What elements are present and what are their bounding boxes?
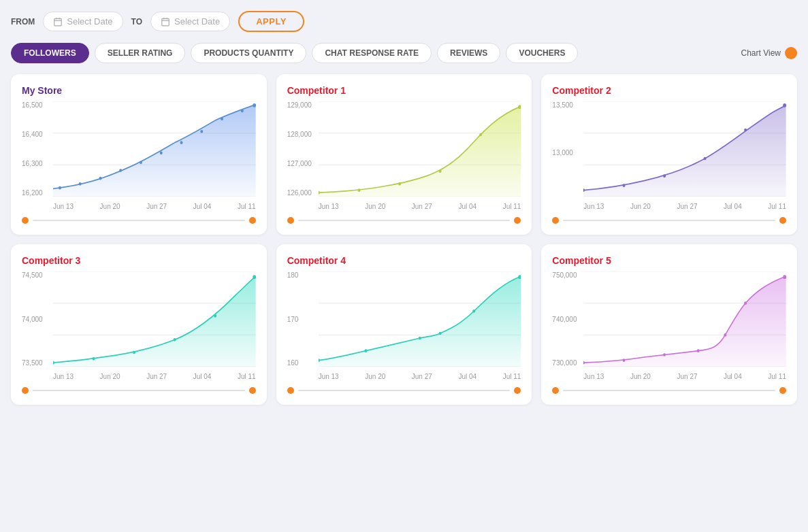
y-axis-competitor-5: 750,000 740,000 730,000 (552, 271, 581, 367)
tab-reviews[interactable]: REVIEWS (437, 43, 500, 63)
chart-inner-competitor-4: 180 170 160 (287, 271, 521, 380)
chart-inner-my-store: 16,500 16,400 16,300 16,200 (22, 101, 256, 210)
slider-dot-right-my-store[interactable] (249, 217, 256, 224)
chart-title-my-store: My Store (22, 85, 256, 96)
slider-dot-right-c1[interactable] (514, 217, 521, 224)
svg-point-41 (744, 129, 747, 132)
tab-chat-response-rate[interactable]: CHAT RESPONSE RATE (312, 43, 432, 63)
slider-track-c1[interactable] (298, 220, 511, 221)
slider-competitor-1 (287, 217, 521, 224)
from-date-placeholder: Select Date (67, 16, 112, 27)
slider-dot-right-c5[interactable] (779, 387, 786, 394)
slider-dot-left-c3[interactable] (22, 387, 29, 394)
chart-card-my-store: My Store 16,500 16,400 16,300 16,200 (11, 74, 267, 235)
slider-track-c5[interactable] (563, 390, 775, 391)
svg-point-50 (174, 338, 176, 342)
chart-title-competitor-5: Competitor 5 (552, 255, 786, 266)
chart-title-competitor-2: Competitor 2 (552, 85, 786, 96)
charts-grid: My Store 16,500 16,400 16,300 16,200 (11, 74, 797, 405)
x-axis-competitor-3: Jun 13 Jun 20 Jun 27 Jul 04 Jul 11 (53, 373, 256, 380)
y-axis-competitor-3: 74,500 74,000 73,500 (22, 271, 50, 367)
y-axis-competitor-4: 180 170 160 (287, 271, 316, 367)
slider-track-c4[interactable] (298, 390, 511, 391)
x-axis-competitor-4: Jun 13 Jun 20 Jun 27 Jul 04 Jul 11 (319, 373, 521, 380)
svg-point-30 (438, 169, 441, 173)
chart-card-competitor-4: Competitor 4 180 170 160 (276, 244, 532, 405)
chart-inner-competitor-1: 129,000 128,000 127,000 126,000 (287, 101, 521, 210)
chart-card-competitor-1: Competitor 1 129,000 128,000 127,000 126… (276, 74, 532, 235)
svg-point-51 (214, 314, 216, 318)
svg-point-49 (133, 351, 135, 354)
y-axis-competitor-1: 129,000 128,000 127,000 126,000 (287, 101, 316, 197)
to-label: TO (131, 17, 142, 27)
svg-point-14 (99, 177, 101, 180)
svg-point-59 (419, 337, 421, 340)
chart-view-toggle[interactable] (785, 47, 797, 59)
svg-point-60 (438, 332, 441, 335)
svg-point-40 (704, 157, 707, 161)
svg-point-48 (93, 357, 95, 361)
y-axis-my-store: 16,500 16,400 16,300 16,200 (22, 101, 50, 197)
svg-point-20 (221, 117, 223, 120)
svg-point-13 (79, 182, 82, 186)
chart-plot-my-store (53, 101, 256, 197)
slider-dot-right-c3[interactable] (249, 387, 256, 394)
chart-card-competitor-2: Competitor 2 13,500 13,000 (541, 74, 797, 235)
y-axis-competitor-2: 13,500 13,000 (552, 101, 581, 197)
chart-plot-competitor-4 (319, 271, 521, 367)
slider-my-store (22, 217, 256, 224)
svg-point-38 (623, 184, 626, 187)
svg-point-18 (180, 141, 183, 144)
from-date-input[interactable]: Select Date (43, 12, 123, 31)
from-label: FROM (11, 17, 35, 27)
slider-dot-right-c4[interactable] (514, 387, 521, 394)
slider-track-c3[interactable] (33, 390, 245, 391)
chart-card-competitor-3: Competitor 3 74,500 74,000 73,500 (11, 244, 267, 405)
svg-point-58 (364, 349, 367, 352)
svg-point-19 (200, 130, 203, 133)
svg-point-17 (160, 152, 163, 155)
svg-point-61 (472, 310, 475, 313)
chart-title-competitor-3: Competitor 3 (22, 255, 256, 266)
slider-dot-left-c2[interactable] (552, 217, 559, 224)
svg-point-70 (697, 349, 700, 352)
chart-view-label: Chart View (741, 48, 781, 58)
slider-competitor-3 (22, 387, 256, 394)
tab-followers[interactable]: FOLLOWERS (11, 43, 89, 63)
chart-title-competitor-1: Competitor 1 (287, 85, 521, 96)
slider-track-my-store[interactable] (33, 220, 245, 221)
slider-competitor-4 (287, 387, 521, 394)
tab-vouchers[interactable]: VOUCHERS (506, 43, 578, 63)
slider-dot-left-c4[interactable] (287, 387, 294, 394)
slider-track-c2[interactable] (563, 220, 775, 221)
slider-competitor-5 (552, 387, 786, 394)
svg-point-16 (140, 161, 142, 165)
apply-button[interactable]: APPLY (238, 11, 304, 32)
svg-point-29 (398, 182, 401, 186)
slider-dot-left-c1[interactable] (287, 217, 294, 224)
svg-point-28 (357, 188, 360, 192)
chart-title-competitor-4: Competitor 4 (287, 255, 521, 266)
chart-plot-competitor-3 (53, 271, 256, 367)
svg-rect-4 (162, 18, 169, 25)
svg-point-69 (663, 353, 666, 356)
svg-point-15 (119, 169, 122, 172)
tab-bar: FOLLOWERS SELLER RATING PRODUCTS QUANTIT… (11, 43, 797, 63)
svg-point-71 (724, 333, 727, 337)
tab-seller-rating[interactable]: SELLER RATING (95, 43, 186, 63)
slider-dot-right-c2[interactable] (779, 217, 786, 224)
slider-competitor-2 (552, 217, 786, 224)
chart-plot-competitor-2 (583, 101, 786, 197)
tab-products-quantity[interactable]: PRODUCTS QUANTITY (191, 43, 306, 63)
svg-point-72 (744, 301, 747, 305)
top-bar: FROM Select Date TO Select Date APPLY (11, 11, 797, 32)
chart-inner-competitor-3: 74,500 74,000 73,500 (22, 271, 256, 380)
slider-dot-left-my-store[interactable] (22, 217, 29, 224)
x-axis-my-store: Jun 13 Jun 20 Jun 27 Jul 04 Jul 11 (53, 203, 256, 210)
slider-dot-left-c5[interactable] (552, 387, 559, 394)
chart-card-competitor-5: Competitor 5 750,000 740,000 730,000 (541, 244, 797, 405)
x-axis-competitor-2: Jun 13 Jun 20 Jun 27 Jul 04 Jul 11 (583, 203, 786, 210)
to-date-input[interactable]: Select Date (150, 12, 230, 31)
to-date-placeholder: Select Date (174, 16, 220, 27)
svg-rect-0 (54, 18, 62, 25)
